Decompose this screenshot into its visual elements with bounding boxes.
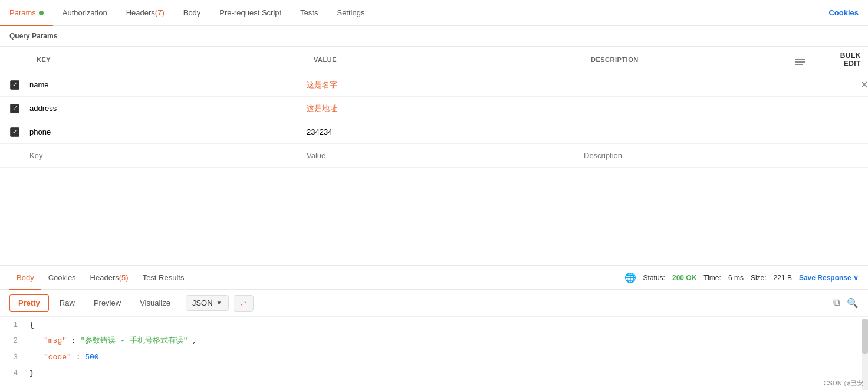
- row1-desc-cell[interactable]: [584, 73, 785, 97]
- format-tab-raw[interactable]: Raw: [51, 295, 83, 311]
- code-line-2: 2 "msg" : "参数错误 - 手机号格式有误" ,: [0, 333, 868, 349]
- row1-value-input[interactable]: [307, 80, 584, 89]
- response-cookies-label: Cookies: [48, 273, 76, 282]
- pretty-label: Pretty: [18, 299, 40, 307]
- row2-key-input[interactable]: [29, 104, 307, 113]
- response-time: 6 ms: [728, 274, 744, 282]
- watermark: CSDN @已安: [824, 379, 863, 382]
- row3-desc-input[interactable]: [584, 127, 785, 136]
- scrollbar-track[interactable]: [862, 319, 868, 382]
- status-prefix: Status:: [643, 274, 665, 282]
- format-bar: Pretty Raw Preview Visualize JSON ▼ ⇌ ⧉ …: [0, 290, 868, 317]
- response-section: Body Cookies Headers (5) Test Results 🌐 …: [0, 265, 868, 382]
- tab-prerequest[interactable]: Pre-request Script: [210, 0, 291, 26]
- placeholder-value-cell[interactable]: [307, 144, 584, 168]
- placeholder-desc-cell[interactable]: [584, 144, 785, 168]
- row3-check-cell: ✓: [0, 120, 29, 144]
- params-table-container: KEY VALUE DESCRIPTION Bulk Edit ✓: [0, 47, 868, 265]
- row3-desc-cell[interactable]: [584, 120, 785, 144]
- row2-checkmark: ✓: [12, 105, 18, 112]
- row3-value-cell[interactable]: [307, 120, 584, 144]
- save-response-label: Save Response: [799, 274, 851, 282]
- tab-tests[interactable]: Tests: [291, 0, 327, 26]
- response-tab-body[interactable]: Body: [9, 266, 41, 290]
- code-line-4: 4 }: [0, 365, 868, 381]
- row1-checkbox[interactable]: ✓: [10, 80, 19, 90]
- json-select-arrow: ▼: [216, 300, 222, 306]
- line3-value: 500: [85, 353, 98, 362]
- globe-icon: 🌐: [624, 272, 636, 283]
- tab-body[interactable]: Body: [174, 0, 211, 26]
- line2-colon: :: [71, 336, 81, 345]
- row1-value-cell[interactable]: [307, 73, 584, 97]
- tab-settings[interactable]: Settings: [327, 0, 374, 26]
- row2-desc-cell[interactable]: [584, 97, 785, 120]
- tab-params[interactable]: Params: [0, 0, 53, 26]
- row1-key-cell[interactable]: [29, 73, 307, 97]
- copy-icon[interactable]: ⧉: [833, 297, 840, 309]
- line3-colon: :: [76, 353, 86, 362]
- format-action-icons: ⧉ 🔍: [833, 297, 859, 309]
- format-tab-pretty[interactable]: Pretty: [9, 294, 49, 312]
- params-table: KEY VALUE DESCRIPTION Bulk Edit ✓: [0, 47, 868, 168]
- header-check-col: [0, 47, 29, 73]
- tab-headers-label: Headers: [126, 8, 155, 17]
- response-test-results-label: Test Results: [143, 273, 185, 282]
- response-tab-headers[interactable]: Headers (5): [83, 266, 136, 290]
- line-number-3: 3: [0, 350, 29, 364]
- line3-key: "code": [44, 353, 71, 362]
- row3-key-cell[interactable]: [29, 120, 307, 144]
- placeholder-check: [0, 144, 29, 168]
- placeholder-key-input[interactable]: [29, 151, 307, 160]
- tab-settings-label: Settings: [337, 8, 364, 17]
- row2-desc-input[interactable]: [584, 104, 785, 113]
- row2-value-input[interactable]: [307, 104, 584, 113]
- row1-check-cell: ✓: [0, 73, 29, 97]
- row3-key-input[interactable]: [29, 127, 307, 136]
- preview-label: Preview: [94, 299, 121, 307]
- save-response-button[interactable]: Save Response ∨: [799, 274, 859, 282]
- placeholder-key-cell[interactable]: [29, 144, 307, 168]
- more-options-icon[interactable]: [795, 59, 805, 65]
- tab-prerequest-label: Pre-request Script: [219, 8, 281, 17]
- json-select-label: JSON: [192, 299, 213, 307]
- line2-value: "参数错误 - 手机号格式有误": [80, 336, 188, 345]
- placeholder-desc-input[interactable]: [584, 151, 785, 160]
- placeholder-row: [0, 144, 868, 168]
- response-headers-label: Headers: [90, 273, 119, 282]
- format-tab-visualize[interactable]: Visualize: [131, 295, 179, 311]
- search-icon[interactable]: 🔍: [847, 297, 859, 309]
- row2-key-cell[interactable]: [29, 97, 307, 120]
- cookies-button[interactable]: Cookies: [819, 8, 868, 17]
- row1-remove-icon[interactable]: ✕: [860, 80, 868, 90]
- row2-value-cell[interactable]: [307, 97, 584, 120]
- row1-key-input[interactable]: [29, 80, 307, 89]
- row1-actions: [785, 73, 815, 97]
- row3-value-input[interactable]: [307, 127, 584, 136]
- row3-checkbox[interactable]: ✓: [10, 127, 19, 137]
- tab-headers[interactable]: Headers (7): [117, 0, 174, 26]
- json-format-select[interactable]: JSON ▼: [186, 295, 229, 311]
- wrap-lines-button[interactable]: ⇌: [234, 295, 254, 312]
- line-number-1: 1: [0, 318, 29, 332]
- header-bulk-edit[interactable]: Bulk Edit: [815, 47, 868, 73]
- response-size: 221 B: [774, 274, 792, 282]
- header-description-col: DESCRIPTION: [584, 47, 785, 73]
- row1-remove[interactable]: ✕: [815, 73, 868, 97]
- row2-checkbox[interactable]: ✓: [10, 104, 19, 113]
- line2-key: "msg": [44, 336, 67, 345]
- scrollbar-thumb[interactable]: [862, 319, 868, 354]
- response-tab-cookies[interactable]: Cookies: [41, 266, 83, 290]
- table-row: ✓: [0, 120, 868, 144]
- line-4-content: }: [29, 366, 868, 380]
- response-tab-test-results[interactable]: Test Results: [136, 266, 192, 290]
- time-prefix: Time:: [703, 274, 721, 282]
- format-tab-preview[interactable]: Preview: [86, 295, 129, 311]
- tab-body-label: Body: [183, 8, 201, 17]
- line-number-2: 2: [0, 334, 29, 348]
- placeholder-value-input[interactable]: [307, 151, 584, 160]
- row1-desc-input[interactable]: [584, 80, 785, 89]
- tab-authorization[interactable]: Authorization: [53, 0, 117, 26]
- code-line-1: 1 {: [0, 317, 868, 333]
- query-params-label: Query Params: [0, 26, 868, 47]
